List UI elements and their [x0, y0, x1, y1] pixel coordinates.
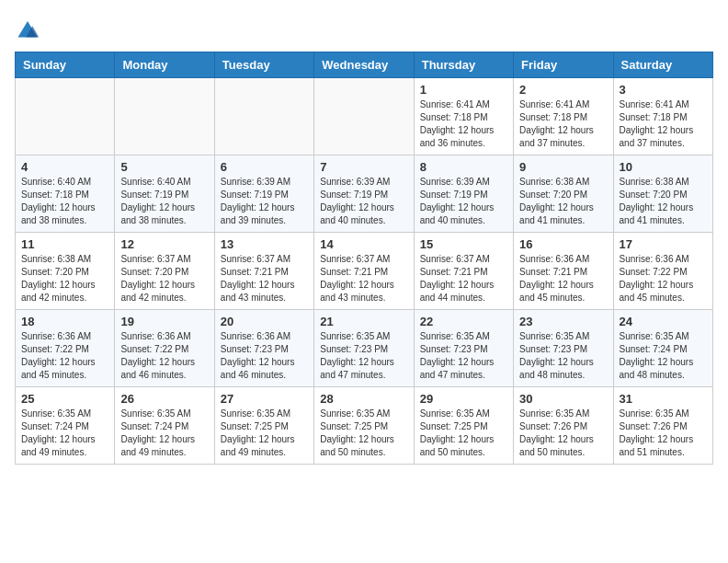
day-cell [214, 78, 313, 155]
day-cell: 17Sunrise: 6:36 AM Sunset: 7:22 PM Dayli… [613, 233, 712, 310]
day-cell: 10Sunrise: 6:38 AM Sunset: 7:20 PM Dayli… [613, 155, 712, 233]
day-number: 22 [420, 315, 507, 328]
weekday-header-row: SundayMondayTuesdayWednesdayThursdayFrid… [16, 52, 713, 78]
day-info: Sunrise: 6:35 AM Sunset: 7:23 PM Dayligh… [420, 330, 507, 382]
day-number: 19 [120, 315, 208, 328]
day-info: Sunrise: 6:35 AM Sunset: 7:25 PM Dayligh… [221, 408, 308, 459]
day-number: 17 [620, 237, 707, 251]
day-cell: 13Sunrise: 6:37 AM Sunset: 7:21 PM Dayli… [214, 233, 313, 310]
day-cell: 22Sunrise: 6:35 AM Sunset: 7:23 PM Dayli… [414, 310, 513, 387]
day-cell: 24Sunrise: 6:35 AM Sunset: 7:24 PM Dayli… [613, 310, 712, 387]
day-info: Sunrise: 6:37 AM Sunset: 7:20 PM Dayligh… [120, 253, 208, 304]
logo [15, 15, 44, 40]
day-cell: 31Sunrise: 6:35 AM Sunset: 7:26 PM Dayli… [613, 387, 712, 465]
day-info: Sunrise: 6:39 AM Sunset: 7:19 PM Dayligh… [420, 176, 507, 227]
day-cell [16, 78, 115, 155]
day-number: 8 [420, 160, 507, 174]
day-number: 18 [21, 315, 108, 328]
day-info: Sunrise: 6:36 AM Sunset: 7:21 PM Dayligh… [519, 253, 607, 304]
week-row-2: 4Sunrise: 6:40 AM Sunset: 7:18 PM Daylig… [16, 155, 713, 233]
day-number: 26 [120, 392, 208, 406]
day-number: 24 [620, 315, 707, 328]
day-number: 31 [620, 392, 707, 406]
day-info: Sunrise: 6:37 AM Sunset: 7:21 PM Dayligh… [221, 253, 308, 304]
day-number: 23 [519, 315, 607, 328]
day-number: 13 [221, 237, 308, 251]
day-cell: 1Sunrise: 6:41 AM Sunset: 7:18 PM Daylig… [414, 78, 513, 155]
day-info: Sunrise: 6:39 AM Sunset: 7:19 PM Dayligh… [221, 176, 308, 227]
day-cell: 28Sunrise: 6:35 AM Sunset: 7:25 PM Dayli… [314, 387, 414, 465]
day-cell: 4Sunrise: 6:40 AM Sunset: 7:18 PM Daylig… [16, 155, 115, 233]
day-number: 21 [320, 315, 407, 328]
day-info: Sunrise: 6:36 AM Sunset: 7:22 PM Dayligh… [21, 330, 108, 382]
day-info: Sunrise: 6:35 AM Sunset: 7:26 PM Dayligh… [519, 408, 607, 459]
day-cell: 19Sunrise: 6:36 AM Sunset: 7:22 PM Dayli… [115, 310, 214, 387]
day-cell: 9Sunrise: 6:38 AM Sunset: 7:20 PM Daylig… [514, 155, 613, 233]
day-info: Sunrise: 6:36 AM Sunset: 7:22 PM Dayligh… [120, 330, 208, 382]
day-info: Sunrise: 6:38 AM Sunset: 7:20 PM Dayligh… [519, 176, 607, 227]
day-cell: 12Sunrise: 6:37 AM Sunset: 7:20 PM Dayli… [115, 233, 214, 310]
day-number: 3 [620, 83, 707, 97]
day-cell: 5Sunrise: 6:40 AM Sunset: 7:19 PM Daylig… [115, 155, 214, 233]
day-info: Sunrise: 6:35 AM Sunset: 7:23 PM Dayligh… [320, 330, 407, 382]
day-number: 7 [320, 160, 407, 174]
weekday-header-monday: Monday [115, 52, 214, 78]
day-info: Sunrise: 6:35 AM Sunset: 7:25 PM Dayligh… [420, 408, 507, 459]
day-number: 30 [519, 392, 607, 406]
day-info: Sunrise: 6:41 AM Sunset: 7:18 PM Dayligh… [420, 98, 507, 150]
day-info: Sunrise: 6:36 AM Sunset: 7:22 PM Dayligh… [620, 253, 707, 304]
day-number: 25 [21, 392, 108, 406]
day-cell: 3Sunrise: 6:41 AM Sunset: 7:18 PM Daylig… [613, 78, 712, 155]
day-number: 11 [21, 237, 108, 251]
day-cell: 27Sunrise: 6:35 AM Sunset: 7:25 PM Dayli… [214, 387, 313, 465]
day-cell: 11Sunrise: 6:38 AM Sunset: 7:20 PM Dayli… [16, 233, 115, 310]
day-cell: 14Sunrise: 6:37 AM Sunset: 7:21 PM Dayli… [314, 233, 414, 310]
week-row-1: 1Sunrise: 6:41 AM Sunset: 7:18 PM Daylig… [16, 78, 713, 155]
day-info: Sunrise: 6:40 AM Sunset: 7:18 PM Dayligh… [21, 176, 108, 227]
day-cell: 23Sunrise: 6:35 AM Sunset: 7:23 PM Dayli… [514, 310, 613, 387]
day-cell: 15Sunrise: 6:37 AM Sunset: 7:21 PM Dayli… [414, 233, 513, 310]
day-number: 20 [221, 315, 308, 328]
day-cell: 29Sunrise: 6:35 AM Sunset: 7:25 PM Dayli… [414, 387, 513, 465]
logo-icon [15, 15, 40, 40]
day-cell [115, 78, 214, 155]
day-number: 2 [519, 83, 607, 97]
day-info: Sunrise: 6:37 AM Sunset: 7:21 PM Dayligh… [420, 253, 507, 304]
day-number: 16 [519, 237, 607, 251]
day-info: Sunrise: 6:41 AM Sunset: 7:18 PM Dayligh… [620, 98, 707, 150]
day-cell: 8Sunrise: 6:39 AM Sunset: 7:19 PM Daylig… [414, 155, 513, 233]
day-info: Sunrise: 6:36 AM Sunset: 7:23 PM Dayligh… [221, 330, 308, 382]
weekday-header-friday: Friday [514, 52, 613, 78]
day-cell: 30Sunrise: 6:35 AM Sunset: 7:26 PM Dayli… [514, 387, 613, 465]
week-row-3: 11Sunrise: 6:38 AM Sunset: 7:20 PM Dayli… [16, 233, 713, 310]
day-cell: 26Sunrise: 6:35 AM Sunset: 7:24 PM Dayli… [115, 387, 214, 465]
day-number: 9 [519, 160, 607, 174]
day-number: 4 [21, 160, 108, 174]
header [15, 15, 713, 40]
calendar: SundayMondayTuesdayWednesdayThursdayFrid… [15, 52, 713, 465]
day-info: Sunrise: 6:35 AM Sunset: 7:25 PM Dayligh… [320, 408, 407, 459]
day-number: 28 [320, 392, 407, 406]
day-number: 12 [120, 237, 208, 251]
day-cell: 16Sunrise: 6:36 AM Sunset: 7:21 PM Dayli… [514, 233, 613, 310]
day-number: 15 [420, 237, 507, 251]
day-number: 5 [120, 160, 208, 174]
day-cell: 21Sunrise: 6:35 AM Sunset: 7:23 PM Dayli… [314, 310, 414, 387]
day-cell: 6Sunrise: 6:39 AM Sunset: 7:19 PM Daylig… [214, 155, 313, 233]
day-info: Sunrise: 6:37 AM Sunset: 7:21 PM Dayligh… [320, 253, 407, 304]
day-number: 10 [620, 160, 707, 174]
day-info: Sunrise: 6:41 AM Sunset: 7:18 PM Dayligh… [519, 98, 607, 150]
day-cell: 25Sunrise: 6:35 AM Sunset: 7:24 PM Dayli… [16, 387, 115, 465]
day-number: 27 [221, 392, 308, 406]
weekday-header-saturday: Saturday [613, 52, 712, 78]
day-number: 14 [320, 237, 407, 251]
day-info: Sunrise: 6:40 AM Sunset: 7:19 PM Dayligh… [120, 176, 208, 227]
day-cell: 20Sunrise: 6:36 AM Sunset: 7:23 PM Dayli… [214, 310, 313, 387]
weekday-header-tuesday: Tuesday [214, 52, 313, 78]
weekday-header-wednesday: Wednesday [314, 52, 414, 78]
week-row-4: 18Sunrise: 6:36 AM Sunset: 7:22 PM Dayli… [16, 310, 713, 387]
weekday-header-sunday: Sunday [16, 52, 115, 78]
day-cell: 2Sunrise: 6:41 AM Sunset: 7:18 PM Daylig… [514, 78, 613, 155]
day-cell [314, 78, 414, 155]
weekday-header-thursday: Thursday [414, 52, 513, 78]
